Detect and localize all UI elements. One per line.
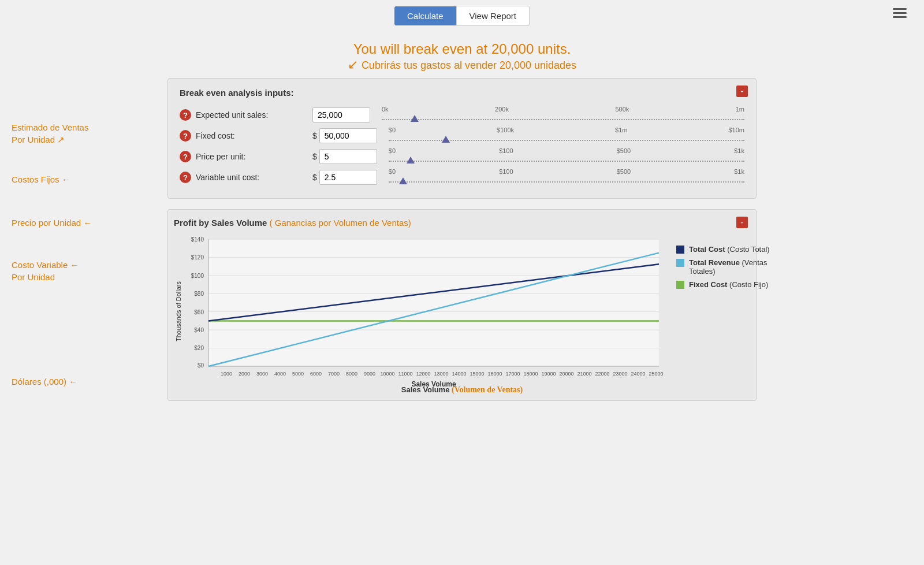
slider-track[interactable] (389, 135, 744, 145)
svg-text:6000: 6000 (310, 371, 322, 377)
svg-text:$140: $140 (191, 236, 204, 243)
chart-svg-container: $140 $120 $100 $80 $60 $40 $20 $0 Thousa… (174, 233, 670, 391)
svg-text:24000: 24000 (631, 371, 645, 377)
main-content: Break even analysis inputs: - ? Expected… (156, 78, 768, 401)
breakeven-sub-text: Cubrirás tus gastos al vender 20,000 uni… (362, 60, 576, 72)
help-icon-fixed-cost[interactable]: ? (180, 130, 191, 142)
profit-chart: $140 $120 $100 $80 $60 $40 $20 $0 Thousa… (174, 233, 670, 389)
svg-text:3000: 3000 (256, 371, 268, 377)
svg-text:Thousands of Dollars: Thousands of Dollars (175, 281, 182, 341)
svg-text:17000: 17000 (505, 371, 520, 377)
svg-text:$0: $0 (198, 362, 204, 369)
slider-scale: $0 $100 $500 $1k (389, 168, 744, 175)
input-row-expected-unit-sales: ? Expected unit sales: 0k 200k 500k 1m (180, 106, 744, 124)
svg-text:13000: 13000 (434, 371, 448, 377)
hamburger-line (893, 12, 907, 14)
chart-title: Profit by Sales Volume ( Ganancias por V… (174, 218, 750, 228)
slider-triangle (407, 157, 415, 163)
input-label-area: ? Fixed cost: (180, 130, 312, 142)
legend-handwritten-total-cost: (Costo Total) (727, 245, 769, 254)
input-row-variable-unit-cost: ? Variable unit cost: $ $0 $100 $500 $1k (180, 168, 744, 187)
chart-legend: Total Cost (Costo Total) Total Revenue (… (676, 233, 792, 289)
prefix-fixed-cost: $ (312, 131, 317, 140)
legend-handwritten-fixed-cost: (Costo Fijo) (729, 280, 768, 289)
legend-item-fixed-cost: Fixed Cost (Costo Fijo) (676, 280, 792, 289)
chart-wrapper: $140 $120 $100 $80 $60 $40 $20 $0 Thousa… (174, 233, 750, 391)
slider-track[interactable] (382, 114, 744, 124)
input-price-per-unit[interactable] (319, 149, 377, 164)
svg-text:7000: 7000 (328, 371, 340, 377)
svg-text:16000: 16000 (487, 371, 502, 377)
calculate-button[interactable]: Calculate (394, 6, 456, 25)
input-row-price-per-unit: ? Price per unit: $ $0 $100 $500 $1k (180, 147, 744, 166)
svg-text:4000: 4000 (274, 371, 286, 377)
svg-text:15000: 15000 (470, 371, 484, 377)
svg-text:14000: 14000 (452, 371, 466, 377)
slider-scale: 0k 200k 500k 1m (382, 106, 744, 113)
annotation-dolares: Dólares (,000) ← (12, 376, 77, 388)
input-row-fixed-cost: ? Fixed cost: $ $0 $100k $1m $10m (180, 127, 744, 145)
legend-color-fixed-cost (676, 281, 684, 289)
slider-scale: $0 $100k $1m $10m (389, 127, 744, 133)
svg-text:9000: 9000 (364, 371, 375, 377)
slider-area-expected-unit-sales: 0k 200k 500k 1m (382, 106, 744, 124)
breakeven-arrow: ↙ (348, 57, 358, 72)
view-report-button[interactable]: View Report (456, 6, 530, 26)
svg-text:$20: $20 (194, 345, 204, 351)
input-variable-unit-cost[interactable] (319, 170, 377, 185)
annotation-precio-unidad: Precio por Unidad ← (12, 217, 92, 229)
legend-item-total-cost: Total Cost (Costo Total) (676, 245, 792, 254)
legend-color-total-revenue (676, 259, 684, 267)
svg-text:19000: 19000 (541, 371, 556, 377)
input-fixed-cost[interactable] (319, 128, 377, 143)
svg-text:2000: 2000 (239, 371, 250, 377)
slider-triangle (411, 115, 419, 122)
chart-title-handwritten: ( Ganancias por Volumen de Ventas) (270, 218, 411, 228)
chart-collapse-button[interactable]: - (736, 217, 748, 228)
help-icon-price-per-unit[interactable]: ? (180, 151, 191, 162)
svg-text:$100: $100 (191, 273, 204, 279)
inputs-collapse-button[interactable]: - (736, 86, 748, 97)
x-axis-handwritten: (Volumen de Ventas) (452, 385, 523, 394)
svg-text:18000: 18000 (523, 371, 538, 377)
slider-triangle (399, 177, 407, 184)
svg-text:$120: $120 (191, 254, 204, 261)
slider-dotted-line (382, 119, 744, 120)
svg-text:5000: 5000 (292, 371, 304, 377)
svg-text:22000: 22000 (595, 371, 609, 377)
svg-text:25000: 25000 (649, 371, 663, 377)
help-icon-expected-unit-sales[interactable]: ? (180, 109, 191, 121)
svg-text:$60: $60 (194, 309, 204, 315)
breakeven-main-text: You will break even at 20,000 units. (0, 41, 924, 57)
inputs-panel: Break even analysis inputs: - ? Expected… (167, 78, 757, 199)
svg-rect-0 (208, 239, 659, 366)
hamburger-line (893, 16, 907, 18)
hamburger-menu[interactable] (893, 8, 907, 18)
label-fixed-cost: Fixed cost: (196, 131, 235, 140)
slider-track[interactable] (389, 155, 744, 166)
prefix-variable-unit-cost: $ (312, 173, 317, 182)
input-expected-unit-sales[interactable] (312, 107, 370, 122)
slider-area-price-per-unit: $0 $100 $500 $1k (389, 147, 744, 166)
svg-text:1000: 1000 (221, 371, 232, 377)
input-label-area: ? Price per unit: (180, 151, 312, 162)
legend-label-fixed-cost: Fixed Cost (Costo Fijo) (689, 280, 768, 289)
label-price-per-unit: Price per unit: (196, 152, 245, 161)
input-label-area: ? Expected unit sales: (180, 109, 312, 121)
annotation-estimado: Estimado de Ventas Por Unidad ↗ (12, 121, 88, 146)
hamburger-line (893, 8, 907, 10)
svg-text:20000: 20000 (559, 371, 573, 377)
svg-text:$80: $80 (194, 291, 204, 297)
slider-triangle (442, 136, 450, 143)
help-icon-variable-unit-cost[interactable]: ? (180, 172, 191, 183)
chart-panel: Profit by Sales Volume ( Ganancias por V… (167, 209, 757, 401)
svg-text:$40: $40 (194, 327, 204, 333)
svg-text:8000: 8000 (346, 371, 357, 377)
legend-color-total-cost (676, 246, 684, 254)
input-label-area: ? Variable unit cost: (180, 172, 312, 183)
slider-track[interactable] (389, 176, 744, 187)
svg-text:11000: 11000 (398, 371, 412, 377)
breakeven-message: You will break even at 20,000 units. ↙ C… (0, 31, 924, 78)
svg-text:10000: 10000 (380, 371, 394, 377)
svg-text:12000: 12000 (416, 371, 430, 377)
